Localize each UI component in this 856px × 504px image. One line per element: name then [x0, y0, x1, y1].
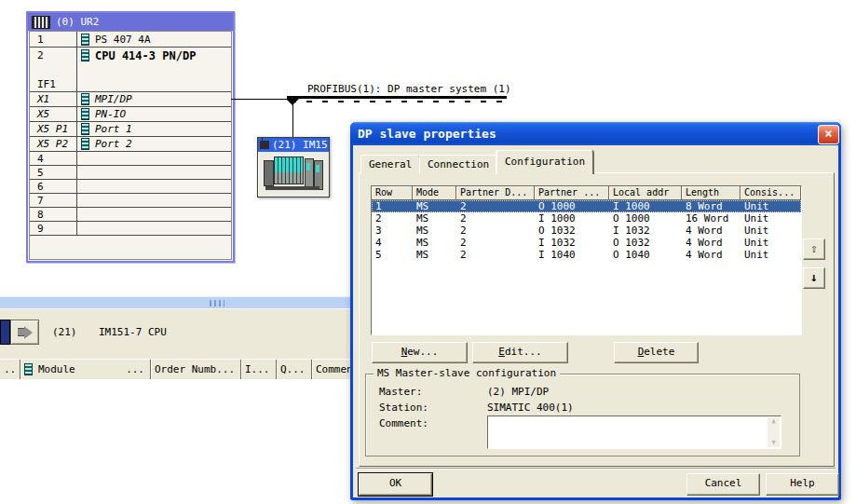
tab-configuration[interactable]: Configuration	[496, 150, 593, 174]
partial-toolbar-button[interactable]	[0, 320, 10, 345]
et200s-picture	[264, 155, 323, 190]
dialog-body: General Connection Configuration RowMode…	[353, 145, 838, 497]
rack-row-5[interactable]: 5	[30, 166, 231, 180]
new-button[interactable]: New...	[372, 342, 468, 363]
rack-row-blank[interactable]	[30, 63, 231, 77]
module-icon	[81, 34, 89, 46]
footer-separator	[356, 468, 836, 470]
module-icon	[81, 138, 89, 150]
cancel-button[interactable]: Cancel	[686, 473, 760, 496]
rack-window-title: (0) UR2	[56, 16, 99, 28]
slave-detail-panel: (21) IM151-7 CPU .. Module... Order Numb…	[0, 308, 352, 504]
column-header-order-number: Order Numb...	[151, 360, 241, 379]
goto-slave-button[interactable]	[10, 320, 39, 345]
rack-row-8[interactable]: 8	[30, 208, 231, 222]
column-header: Length	[682, 186, 741, 200]
rack-row-X5 P1[interactable]: X5 P1Port 1	[30, 122, 231, 137]
dialog-titlebar[interactable]: DP slave properties ×	[350, 122, 841, 145]
slave-table-header: .. Module... Order Numb... I... Q... Com…	[0, 359, 352, 380]
dp-slave-node-title: (21) IM15	[272, 139, 328, 151]
rack-row-2[interactable]: 2CPU 414-3 PN/DP	[30, 48, 231, 63]
rack-row-9[interactable]: 9	[30, 222, 231, 236]
column-header: Row	[372, 186, 413, 200]
station-label: Station:	[379, 402, 428, 414]
slave-number: (21)	[52, 326, 77, 338]
table-row[interactable]: 4MS2I 1032O 10324 WordUnit	[372, 237, 801, 249]
module-icon	[81, 49, 89, 61]
column-header: Consis...	[741, 186, 801, 200]
table-row[interactable]: 1MS2O 1000I 10008 WordUnit	[372, 200, 801, 212]
profibus-line-dashes	[291, 101, 505, 102]
comment-field[interactable]: ▲▼	[487, 415, 781, 449]
ok-button[interactable]: OK	[359, 473, 432, 496]
profibus-label: PROFIBUS(1): DP master system (1)	[307, 83, 511, 95]
configuration-table-header: RowModePartner D...Partner ...Local addr…	[372, 186, 801, 200]
close-icon[interactable]: ×	[818, 125, 839, 144]
station-value: SIMATIC 400(1)	[487, 402, 574, 414]
comment-label: Comment:	[379, 417, 428, 429]
rack-window: (0) UR2 1PS 407 4A2CPU 414-3 PN/DPIF1X1M…	[26, 11, 235, 263]
rack-row-IF1[interactable]: IF1	[30, 77, 231, 92]
column-header: Partner ...	[535, 186, 609, 200]
group-box-title: MS Master-slave configuration	[374, 367, 560, 379]
rack-row-7[interactable]: 7	[30, 194, 231, 208]
delete-button[interactable]: Delete	[614, 342, 699, 363]
dp-slave-node[interactable]: (21) IM15	[257, 137, 330, 198]
profibus-line[interactable]	[287, 96, 507, 99]
dialog-title: DP slave properties	[358, 127, 496, 141]
rack-row-6[interactable]: 6	[30, 180, 231, 194]
dp-slave-properties-dialog: DP slave properties × General Connection…	[350, 122, 841, 500]
configuration-table[interactable]: RowModePartner D...Partner ...Local addr…	[371, 185, 802, 335]
slave-station-icon	[260, 141, 269, 149]
column-header-comment: Comment	[312, 360, 352, 379]
rack-row-X5 P2[interactable]: X5 P2Port 2	[30, 137, 231, 152]
tab-general[interactable]: General	[360, 155, 420, 174]
column-header: Partner D...	[456, 186, 535, 200]
help-button[interactable]: Help	[766, 473, 839, 496]
dp-slave-node-titlebar[interactable]: (21) IM15	[258, 138, 329, 152]
splitter-grip-icon	[210, 300, 224, 306]
move-row-up-button[interactable]: ⇧	[803, 238, 825, 260]
edit-button[interactable]: Edit...	[472, 342, 568, 363]
slave-table-body[interactable]	[0, 379, 352, 504]
master-label: Master:	[379, 386, 422, 398]
slave-drop-line	[292, 99, 293, 138]
comment-scroll-arrows: ▲▼	[768, 417, 780, 447]
table-row[interactable]: 5MS2I 1040O 10404 WordUnit	[372, 249, 801, 261]
rack-row-4[interactable]: 4	[30, 152, 231, 166]
module-icon	[81, 123, 89, 135]
slave-name: IM151-7 CPU	[99, 326, 167, 338]
column-header-q-addr: Q...	[277, 360, 312, 379]
master-value: (2) MPI/DP	[487, 386, 549, 398]
module-icon	[24, 363, 33, 375]
column-header-i-addr: I...	[241, 360, 277, 379]
column-header: Local addr	[609, 186, 682, 200]
rack-to-bus-connector	[231, 99, 289, 100]
configuration-table-body: 1MS2O 1000I 10008 WordUnit2MS2I 1000O 10…	[372, 200, 801, 261]
rack-row-1[interactable]: 1PS 407 4A	[30, 32, 231, 48]
rack-slot-table: 1PS 407 4A2CPU 414-3 PN/DPIF1X1MPI/DPX5P…	[29, 31, 232, 260]
rack-row-X1[interactable]: X1MPI/DP	[30, 92, 231, 107]
column-header-truncated: ..	[0, 360, 20, 379]
column-header-module: Module...	[20, 360, 151, 379]
module-icon	[81, 108, 89, 120]
master-slave-group-box: MS Master-slave configuration Master: (2…	[365, 374, 800, 456]
rack-window-titlebar[interactable]: (0) UR2	[28, 13, 233, 31]
table-row[interactable]: 2MS2I 1000O 100016 WordUnit	[372, 212, 801, 225]
right-arrow-icon	[18, 328, 24, 336]
table-row[interactable]: 3MS2O 1032I 10324 WordUnit	[372, 225, 801, 237]
column-header: Mode	[413, 186, 456, 200]
rack-row-X5[interactable]: X5PN-IO	[30, 107, 231, 122]
rack-icon	[32, 16, 50, 29]
tab-connection[interactable]: Connection	[419, 155, 497, 174]
module-icon	[81, 93, 89, 105]
move-row-down-button[interactable]: ↓	[803, 267, 825, 289]
hw-config-workspace: (21) IM151-7 CPU .. Module... Order Numb…	[0, 0, 856, 504]
